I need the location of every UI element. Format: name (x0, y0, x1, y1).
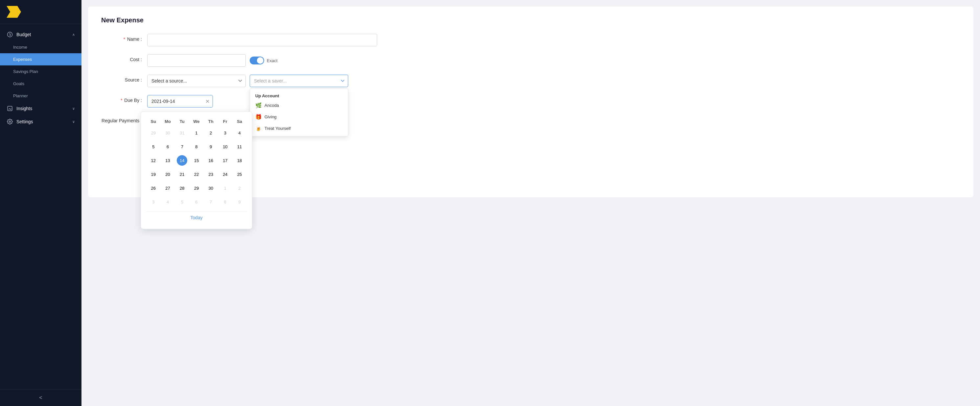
cal-day-5[interactable]: 5 (146, 140, 161, 153)
due-by-row: * Due By : ✕ Su Mo Tu We Th (101, 95, 960, 107)
cal-day-14[interactable]: 14 (175, 153, 189, 167)
main-content: New Expense * Name : Cost : Exact (81, 0, 980, 406)
cal-day-22[interactable]: 22 (189, 167, 204, 181)
source-label: Source : (101, 75, 147, 83)
regular-payments-label: Regular Payments : (101, 115, 147, 123)
insights-chevron-icon: ∨ (72, 107, 75, 111)
sidebar-item-savings-plan[interactable]: Savings Plan (0, 66, 81, 78)
cal-day-26[interactable]: 26 (146, 181, 161, 195)
cal-day-4-next[interactable]: 4 (161, 195, 175, 209)
name-input[interactable] (147, 34, 377, 46)
cal-day-2-next[interactable]: 2 (232, 181, 247, 195)
cal-day-8[interactable]: 8 (189, 140, 204, 153)
cal-day-12[interactable]: 12 (146, 153, 161, 167)
giving-emoji-icon: 🎁 (255, 114, 262, 120)
sidebar-section-insights[interactable]: Insights ∨ (0, 102, 81, 115)
cal-day-27[interactable]: 27 (161, 181, 175, 195)
cal-day-6-next[interactable]: 6 (189, 195, 204, 209)
cal-day-20[interactable]: 20 (161, 167, 175, 181)
due-by-clear-button[interactable]: ✕ (205, 98, 210, 104)
name-label: * Name : (101, 34, 147, 42)
sidebar-settings-label: Settings (16, 119, 33, 124)
cal-day-2[interactable]: 2 (204, 126, 218, 140)
cal-day-31-prev[interactable]: 31 (175, 126, 189, 140)
saver-item-treat-yourself[interactable]: 🍺 Treat Yourself (250, 123, 348, 134)
cal-day-30[interactable]: 30 (204, 181, 218, 195)
source-row: Source : Select a source... Select a sav… (101, 75, 960, 87)
cost-row: Cost : Exact (101, 54, 960, 67)
saver-item-ancoda[interactable]: 🌿 Ancoda (250, 100, 348, 111)
cal-week-2: 5 6 7 8 9 10 11 (146, 140, 247, 153)
cal-day-29[interactable]: 29 (189, 181, 204, 195)
sidebar-insights-label: Insights (16, 106, 32, 111)
source-dropdown[interactable]: Select a source... (147, 75, 246, 87)
calendar-popup: Su Mo Tu We Th Fr Sa 29 30 (141, 112, 252, 229)
cal-day-10[interactable]: 10 (218, 140, 232, 153)
sidebar-footer: < (0, 389, 81, 406)
cal-day-19[interactable]: 19 (146, 167, 161, 181)
cal-week-1: 29 30 31 1 2 3 4 (146, 126, 247, 140)
cal-day-4[interactable]: 4 (232, 126, 247, 140)
sidebar-nav: Budget ∧ Income Expenses Savings Plan Go… (0, 24, 81, 389)
sidebar-section-settings[interactable]: Settings ∨ (0, 115, 81, 128)
cal-day-1-next[interactable]: 1 (218, 181, 232, 195)
sidebar-item-expenses[interactable]: Expenses (0, 53, 81, 66)
cal-day-24[interactable]: 24 (218, 167, 232, 181)
cal-day-7[interactable]: 7 (175, 140, 189, 153)
dollar-circle-icon (6, 31, 13, 38)
cal-day-17[interactable]: 17 (218, 153, 232, 167)
cal-day-7-next[interactable]: 7 (204, 195, 218, 209)
gear-icon (6, 118, 13, 125)
cost-label: Cost : (101, 54, 147, 62)
cal-week-3: 12 13 14 15 16 17 18 (146, 153, 247, 167)
saver-dropdown[interactable]: Select a saver... (250, 75, 348, 87)
cal-day-3-next[interactable]: 3 (146, 195, 161, 209)
cal-day-28[interactable]: 28 (175, 181, 189, 195)
calendar-grid: Su Mo Tu We Th Fr Sa 29 30 (146, 117, 247, 209)
cal-week-4: 19 20 21 22 23 24 25 (146, 167, 247, 181)
due-by-label: * Due By : (101, 95, 147, 103)
svg-point-2 (9, 121, 11, 123)
calendar-today-button[interactable]: Today (146, 211, 247, 224)
cal-day-9[interactable]: 9 (204, 140, 218, 153)
cal-day-9-next[interactable]: 9 (232, 195, 247, 209)
cal-day-1[interactable]: 1 (189, 126, 204, 140)
cal-day-30-prev[interactable]: 30 (161, 126, 175, 140)
cal-day-13[interactable]: 13 (161, 153, 175, 167)
cal-week-5: 26 27 28 29 30 1 2 (146, 181, 247, 195)
sidebar-item-goals[interactable]: Goals (0, 78, 81, 90)
cal-header-th: Th (204, 117, 218, 126)
form-title: New Expense (101, 16, 960, 24)
sidebar-collapse-button[interactable]: < (39, 395, 42, 401)
cal-day-5-next[interactable]: 5 (175, 195, 189, 209)
cal-day-18[interactable]: 18 (232, 153, 247, 167)
saver-item-giving[interactable]: 🎁 Giving (250, 111, 348, 123)
cost-input[interactable] (147, 54, 246, 67)
sidebar-section-budget[interactable]: Budget ∧ (0, 28, 81, 41)
cal-day-3[interactable]: 3 (218, 126, 232, 140)
cal-header-tu: Tu (175, 117, 189, 126)
cal-day-16[interactable]: 16 (204, 153, 218, 167)
cal-day-25[interactable]: 25 (232, 167, 247, 181)
cal-day-15[interactable]: 15 (189, 153, 204, 167)
cal-day-8-next[interactable]: 8 (218, 195, 232, 209)
exact-label: Exact (267, 58, 278, 63)
due-by-input[interactable] (147, 95, 213, 107)
settings-chevron-icon: ∨ (72, 120, 75, 124)
cal-header-su: Su (146, 117, 161, 126)
budget-chevron-icon: ∧ (72, 32, 75, 37)
sidebar-logo (0, 0, 81, 24)
cal-header-mo: Mo (161, 117, 175, 126)
cal-day-23[interactable]: 23 (204, 167, 218, 181)
cal-day-21[interactable]: 21 (175, 167, 189, 181)
cal-day-6[interactable]: 6 (161, 140, 175, 153)
sidebar-item-planner[interactable]: Planner (0, 90, 81, 102)
cal-week-6: 3 4 5 6 7 8 9 (146, 195, 247, 209)
cal-header-we: We (189, 117, 204, 126)
sidebar-item-income[interactable]: Income (0, 41, 81, 53)
due-by-input-wrap: ✕ (147, 95, 213, 107)
exact-toggle[interactable] (250, 56, 264, 64)
saver-dropdown-section-label: Up Account (250, 91, 348, 100)
cal-day-11[interactable]: 11 (232, 140, 247, 153)
cal-day-29-prev[interactable]: 29 (146, 126, 161, 140)
